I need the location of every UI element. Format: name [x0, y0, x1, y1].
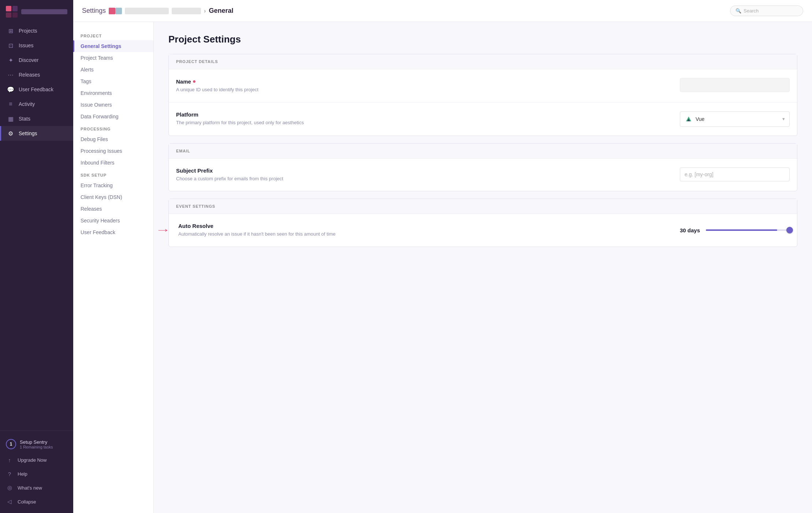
breadcrumb-logo-icon2	[115, 8, 122, 14]
nav-item-alerts[interactable]: Alerts	[73, 64, 153, 75]
email-section-header: EMAIL	[169, 144, 797, 159]
subject-prefix-title: Subject Prefix	[176, 167, 673, 174]
platform-label-desc: The primary platform for this project, u…	[176, 119, 673, 126]
platform-field-label: Platform The primary platform for this p…	[176, 111, 673, 126]
sidebar-label-help: Help	[18, 471, 27, 477]
nav-item-user-feedback-sdk[interactable]: User Feedback	[73, 226, 153, 238]
nav-item-error-tracking[interactable]: Error Tracking	[73, 180, 153, 191]
nav-item-tags[interactable]: Tags	[73, 75, 153, 87]
project-section-title: PROJECT	[73, 29, 153, 40]
sidebar: ⊞ Projects ⊡ Issues ✦ Discover ⋯ Release…	[0, 0, 73, 513]
platform-value: Vue	[696, 116, 779, 122]
sidebar-label-user-feedback: User Feedback	[19, 86, 53, 92]
sidebar-label-projects: Projects	[19, 28, 37, 34]
sidebar-item-stats[interactable]: ▦ Stats	[0, 111, 73, 126]
issues-icon: ⊡	[7, 42, 14, 49]
setup-sentry-item[interactable]: 1 Setup Sentry 1 Remaining tasks	[0, 435, 73, 453]
auto-resolve-value: 30 days	[680, 227, 700, 233]
nav-item-processing-issues[interactable]: Processing Issues	[73, 145, 153, 157]
sidebar-item-issues[interactable]: ⊡ Issues	[0, 38, 73, 53]
main-wrapper: Settings › General 🔍 Search PROJECT Gene…	[73, 0, 812, 513]
nav-item-debug-files[interactable]: Debug Files	[73, 133, 153, 145]
sidebar-item-discover[interactable]: ✦ Discover	[0, 53, 73, 67]
setup-badge: 1	[6, 439, 16, 449]
nav-item-releases[interactable]: Releases	[73, 203, 153, 215]
sidebar-bottom: 1 Setup Sentry 1 Remaining tasks ↑ Upgra…	[0, 431, 73, 513]
auto-resolve-slider-thumb[interactable]	[786, 227, 793, 233]
setup-text-block: Setup Sentry 1 Remaining tasks	[20, 439, 53, 449]
name-label-desc: A unique ID used to identify this projec…	[176, 86, 673, 93]
sidebar-item-collapse[interactable]: ◁ Collapse	[0, 495, 73, 509]
activity-icon: ≡	[7, 100, 14, 108]
nav-item-client-keys[interactable]: Client Keys (DSN)	[73, 191, 153, 203]
nav-item-inbound-filters[interactable]: Inbound Filters	[73, 157, 153, 169]
vue-logo-icon	[685, 115, 693, 123]
project-details-card: PROJECT DETAILS Name ● A unique ID used …	[168, 54, 797, 136]
nav-item-data-forwarding[interactable]: Data Forwarding	[73, 111, 153, 122]
nav-item-security-headers[interactable]: Security Headers	[73, 215, 153, 226]
nav-item-environments[interactable]: Environments	[73, 87, 153, 99]
nav-item-project-teams[interactable]: Project Teams	[73, 52, 153, 64]
breadcrumb-org-blurred	[125, 8, 169, 14]
settings-panel: Project Settings PROJECT DETAILS Name ● …	[154, 22, 812, 513]
processing-section-title: PROCESSING	[73, 122, 153, 133]
upgrade-icon: ↑	[6, 456, 13, 464]
sidebar-item-settings[interactable]: ⚙ Settings	[0, 126, 73, 141]
sdk-setup-section-title: SDK SETUP	[73, 169, 153, 180]
setup-subtitle: 1 Remaining tasks	[20, 445, 53, 449]
feedback-icon: 💬	[7, 86, 14, 93]
sidebar-navigation: ⊞ Projects ⊡ Issues ✦ Discover ⋯ Release…	[0, 22, 73, 431]
setup-title: Setup Sentry	[20, 439, 53, 445]
subject-prefix-label: Subject Prefix Choose a custom prefix fo…	[176, 167, 673, 182]
whats-new-icon: ◎	[6, 484, 13, 491]
content-area: PROJECT General Settings Project Teams A…	[73, 22, 812, 513]
sidebar-label-releases: Releases	[19, 72, 40, 78]
auto-resolve-slider-track	[706, 229, 790, 231]
auto-resolve-row: → Auto Resolve Automatically resolve an …	[169, 214, 797, 247]
breadcrumb-logo	[109, 8, 122, 14]
name-label-text: Name	[176, 78, 191, 85]
subject-prefix-input[interactable]	[680, 167, 790, 181]
breadcrumb: Settings › General	[82, 7, 233, 15]
auto-resolve-desc: Automatically resolve an issue if it has…	[178, 230, 673, 238]
platform-field-row: Platform The primary platform for this p…	[169, 103, 797, 136]
sidebar-item-projects[interactable]: ⊞ Projects	[0, 23, 73, 38]
name-label-title: Name ●	[176, 78, 673, 85]
sidebar-label-whats-new: What's new	[18, 485, 42, 491]
nav-item-issue-owners[interactable]: Issue Owners	[73, 99, 153, 111]
sidebar-item-whats-new[interactable]: ◎ What's new	[0, 481, 73, 495]
sidebar-item-activity[interactable]: ≡ Activity	[0, 97, 73, 111]
name-input[interactable]	[680, 78, 790, 92]
breadcrumb-logo-icon1	[109, 8, 115, 14]
arrow-annotation: →	[158, 224, 168, 236]
breadcrumb-project-blurred	[172, 8, 201, 14]
sidebar-logo	[0, 0, 73, 22]
stats-icon: ▦	[7, 115, 14, 122]
search-box[interactable]: 🔍 Search	[730, 5, 803, 16]
sidebar-item-help[interactable]: ? Help	[0, 467, 73, 481]
sidebar-item-releases[interactable]: ⋯ Releases	[0, 67, 73, 82]
platform-select[interactable]: Vue ▾	[680, 111, 790, 127]
vue-svg	[685, 115, 693, 123]
sidebar-label-issues: Issues	[19, 43, 33, 48]
collapse-icon: ◁	[6, 498, 13, 505]
logo-icon	[6, 6, 18, 18]
top-header: Settings › General 🔍 Search	[73, 0, 812, 22]
sidebar-label-discover: Discover	[19, 57, 38, 63]
name-field-label: Name ● A unique ID used to identify this…	[176, 78, 673, 93]
sidebar-item-upgrade[interactable]: ↑ Upgrade Now	[0, 453, 73, 467]
name-field-control	[680, 78, 790, 92]
settings-icon: ⚙	[7, 130, 14, 137]
nav-item-general-settings[interactable]: General Settings	[73, 40, 153, 52]
releases-icon: ⋯	[7, 71, 14, 78]
platform-label-title: Platform	[176, 111, 673, 118]
sidebar-label-upgrade: Upgrade Now	[18, 457, 47, 463]
page-title: Project Settings	[168, 34, 797, 45]
sidebar-item-user-feedback[interactable]: 💬 User Feedback	[0, 82, 73, 97]
email-card: EMAIL Subject Prefix Choose a custom pre…	[168, 143, 797, 192]
sidebar-label-activity: Activity	[19, 101, 35, 107]
platform-field-control: Vue ▾	[680, 111, 790, 127]
chevron-down-icon: ▾	[782, 116, 785, 122]
breadcrumb-general: General	[209, 7, 233, 15]
subject-prefix-row: Subject Prefix Choose a custom prefix fo…	[169, 159, 797, 191]
